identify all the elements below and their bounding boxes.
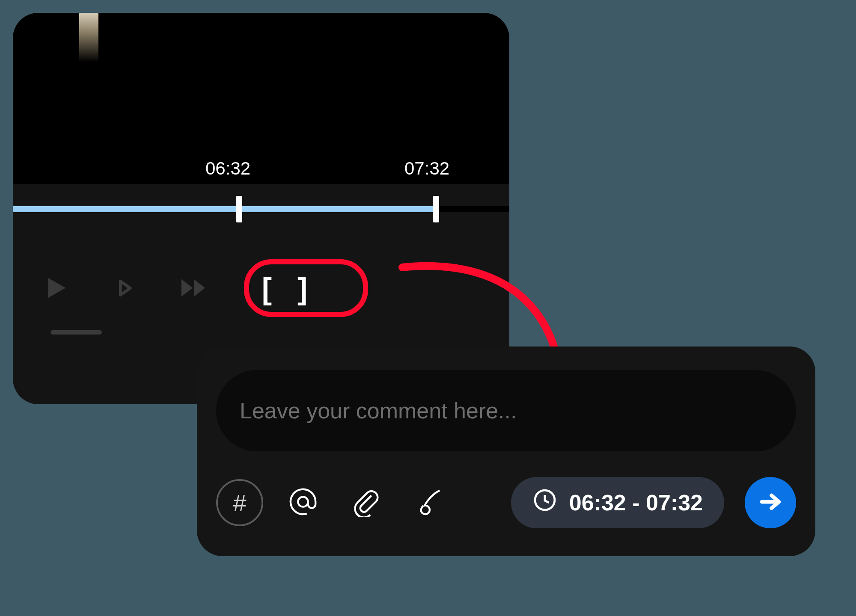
clock-icon xyxy=(532,488,557,518)
comment-toolbar: # 06:32 - 07:32 xyxy=(216,475,796,530)
fast-forward-icon xyxy=(178,273,208,305)
chevron-right-icon xyxy=(113,276,136,302)
video-frame-content xyxy=(79,13,98,62)
attach-button[interactable] xyxy=(343,479,390,526)
draw-button[interactable] xyxy=(406,479,453,526)
comment-composer-card: Leave your comment here... # 06:32 - xyxy=(197,346,815,556)
comment-placeholder: Leave your comment here... xyxy=(240,398,517,424)
arrow-right-icon xyxy=(758,489,783,516)
comment-input[interactable]: Leave your comment here... xyxy=(216,370,796,451)
active-control-indicator xyxy=(51,330,102,335)
step-forward-button[interactable] xyxy=(105,270,143,308)
play-icon xyxy=(41,273,71,305)
timestamp-range-chip[interactable]: 06:32 - 07:32 xyxy=(511,477,724,528)
mention-button[interactable] xyxy=(279,479,327,526)
at-sign-icon xyxy=(288,487,318,518)
timeline-start-label: 06:32 xyxy=(205,158,250,179)
timeline-selection-fill xyxy=(13,206,437,212)
timestamp-range-label: 06:32 - 07:32 xyxy=(569,490,703,515)
fast-forward-button[interactable] xyxy=(173,270,212,308)
hashtag-button[interactable]: # xyxy=(216,479,263,526)
timeline[interactable]: 06:32 07:32 xyxy=(13,158,509,244)
play-button[interactable] xyxy=(36,270,75,308)
timeline-end-label: 07:32 xyxy=(404,158,449,179)
timeline-range-end-handle[interactable] xyxy=(433,196,439,222)
svg-point-0 xyxy=(298,497,308,506)
brush-icon xyxy=(415,487,445,518)
paperclip-icon xyxy=(351,487,381,518)
send-button[interactable] xyxy=(745,477,796,528)
hash-icon: # xyxy=(233,489,246,517)
annotation-highlight-range-button xyxy=(244,259,368,317)
timeline-range-start-handle[interactable] xyxy=(236,196,242,222)
video-player-card: 06:32 07:32 [ ] xyxy=(13,13,509,404)
